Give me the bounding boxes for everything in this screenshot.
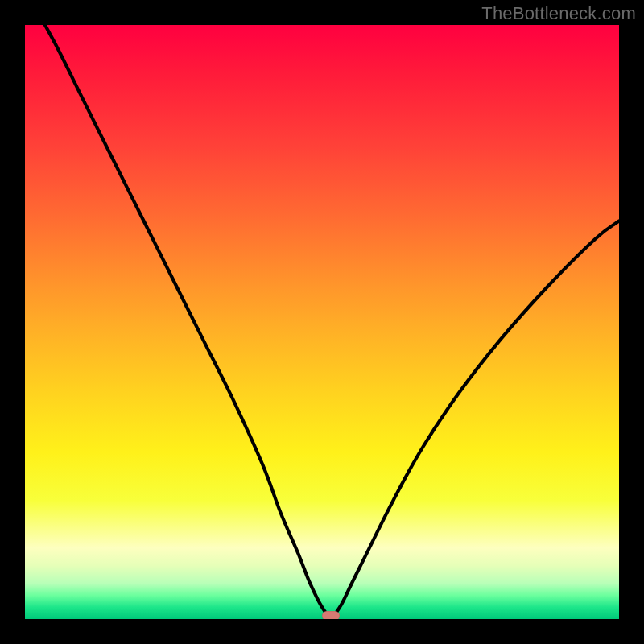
bottleneck-curve [25, 25, 619, 619]
watermark-text: TheBottleneck.com [481, 3, 636, 24]
plot-area [25, 25, 619, 619]
optimal-point-marker [322, 611, 340, 619]
chart-frame: TheBottleneck.com [0, 0, 644, 644]
